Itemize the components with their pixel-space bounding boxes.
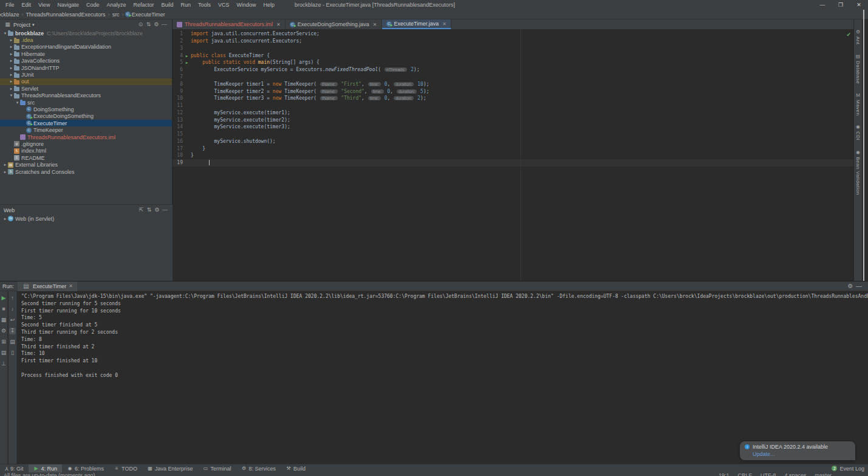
toolwindow-java-enterprise[interactable]: ▦Java Enterprise — [142, 464, 198, 473]
web-tree-item[interactable]: ▸WWeb (in Servlet) — [0, 215, 173, 222]
tree-item-threadsrunnablesandexecutors[interactable]: ▾ThreadsRunnablesandExecutors — [0, 92, 172, 99]
clear-all-icon[interactable]: ▯ — [9, 350, 16, 356]
code-line-1[interactable]: 1import java.util.concurrent.ExecutorSer… — [173, 30, 853, 38]
status-widget[interactable]: master — [815, 472, 832, 476]
code-line-12[interactable]: 12 myService.execute(timer1); — [173, 109, 853, 116]
menu-item-navigate[interactable]: Navigate — [54, 1, 82, 9]
tree-item-javacollections[interactable]: ▸JavaCollections — [0, 58, 172, 64]
web-panel-title[interactable]: Web — [4, 207, 15, 213]
hide-panel-icon[interactable]: — — [161, 207, 169, 214]
code-line-16[interactable]: 16 myService.shutdown(); — [173, 137, 853, 145]
tree-item-readme[interactable]: ≡README — [0, 154, 172, 161]
hide-panel-icon[interactable]: — — [160, 21, 168, 29]
toolwindow-run[interactable]: ▶4: Run — [29, 464, 63, 473]
status-widget[interactable]: CRLF — [737, 472, 752, 476]
breadcrumb-item[interactable]: ThreadsRunnablesandExecutors — [25, 12, 107, 18]
tree-toggle-icon[interactable]: ▸ — [9, 66, 14, 71]
code-line-2[interactable]: 2import java.util.concurrent.Executors; — [173, 38, 853, 45]
settings-icon[interactable]: ⚙ — [846, 283, 855, 290]
code-line-19[interactable]: 19 — [173, 159, 853, 167]
close-button[interactable]: ✕ — [850, 0, 868, 10]
status-widget[interactable]: UTF-8 — [760, 472, 776, 476]
chevron-down-icon[interactable]: ▾ — [30, 22, 35, 27]
tree-item-servlet[interactable]: ▸Servlet — [0, 85, 172, 92]
tree-toggle-icon[interactable]: ▸ — [2, 170, 8, 174]
toolwindow-services[interactable]: ⚙8: Services — [236, 464, 281, 473]
close-icon[interactable]: ✕ — [442, 21, 446, 27]
code-editor[interactable]: 1import java.util.concurrent.ExecutorSer… — [173, 29, 853, 167]
tree-item-hibernate[interactable]: ▸Hibernate — [0, 50, 172, 57]
code-line-6[interactable]: 6 ExecutorService myService = Executors.… — [173, 66, 853, 74]
tree-item-index-html[interactable]: 5index.html — [0, 148, 172, 154]
tree-item--gitignore[interactable]: g.gitignore — [0, 140, 172, 147]
toolwindow-build[interactable]: ⚒Build — [281, 464, 310, 473]
toolwindow-button-ant[interactable]: ⚙Ant — [855, 29, 861, 45]
tree-item-exceptionhandlinganddatavalidation[interactable]: ▸ExceptionHandlingandDataValidation — [0, 44, 172, 50]
code-line-11[interactable]: 11 — [173, 102, 853, 109]
tree-toggle-icon[interactable]: ▾ — [15, 100, 20, 105]
tree-toggle-icon[interactable]: ▾ — [2, 31, 8, 36]
settings-icon[interactable]: ⚙ — [152, 21, 160, 29]
tree-toggle-icon[interactable]: ▸ — [2, 216, 8, 221]
code-line-7[interactable]: 7 — [173, 74, 853, 81]
toolwindow-terminal[interactable]: ▭Terminal — [197, 464, 236, 473]
menu-item-view[interactable]: View — [35, 1, 53, 9]
tree-toggle-icon[interactable]: ▸ — [9, 72, 14, 77]
close-icon[interactable]: ✕ — [373, 22, 377, 27]
code-line-9[interactable]: 9 TimeKeeper timer2 = new TimeKeeper( tN… — [173, 88, 853, 95]
tree-toggle-icon[interactable]: ▸ — [2, 162, 8, 167]
tree-item-timekeeper[interactable]: CTimeKeeper — [0, 126, 172, 133]
pin-tab-icon[interactable]: ⊥ — [1, 360, 7, 367]
inspections-ok-icon[interactable]: ✔ — [846, 32, 851, 38]
menu-item-help[interactable]: Help — [261, 1, 278, 9]
tree-item-scratches-and-consoles[interactable]: ▸SScratches and Consoles — [0, 168, 172, 175]
prev-trace-icon[interactable]: ↑ — [9, 295, 16, 302]
code-line-13[interactable]: 13 myService.execute(timer2); — [173, 116, 853, 123]
tree-toggle-icon[interactable]: ▸ — [9, 86, 14, 91]
run-line-icon[interactable]: ▶ — [183, 53, 191, 58]
code-line-17[interactable]: 17 } — [173, 145, 853, 152]
event-log-widget[interactable]: 2Event Log — [832, 466, 864, 472]
menu-item-file[interactable]: File — [2, 1, 18, 9]
toolwindow-problems[interactable]: ◉6: Problems — [62, 464, 109, 473]
editor-tab-executedoingsomething-java[interactable]: CExecuteDoingSomething.java✕ — [285, 19, 382, 29]
code-line-18[interactable]: 18} — [173, 152, 853, 159]
toolwindow-button-maven[interactable]: MMaven — [855, 92, 861, 116]
code-line-8[interactable]: 8 TimeKeeper timer1 = new TimeKeeper( tN… — [173, 80, 853, 88]
toolwindow-button-cdi[interactable]: ◉CDI — [855, 124, 861, 140]
menu-item-vcs[interactable]: VCS — [215, 1, 233, 9]
print-icon[interactable]: ▤ — [9, 339, 16, 345]
console-output[interactable]: "C:\Program Files\Java\jdk-15\bin\java.e… — [21, 294, 868, 464]
expand-all-icon[interactable]: ⇱ — [137, 207, 145, 214]
tree-toggle-icon[interactable]: ▸ — [9, 44, 14, 49]
tree-toggle-icon[interactable]: ▸ — [9, 79, 14, 84]
tree-item-brockblaze[interactable]: ▾brockblazeC:\Users\brock\IdeaProjects\b… — [0, 30, 172, 36]
tree-toggle-icon[interactable]: ▸ — [9, 58, 14, 63]
close-icon[interactable]: ✕ — [276, 22, 281, 27]
menu-item-analyze[interactable]: Analyze — [103, 1, 129, 9]
locate-file-icon[interactable]: ⊙ — [137, 21, 145, 29]
status-widget[interactable]: 4 spaces — [784, 472, 806, 476]
tree-item-external-libraries[interactable]: ▸▤External Libraries — [0, 161, 172, 168]
menu-item-build[interactable]: Build — [158, 1, 176, 9]
code-line-3[interactable]: 3 — [173, 45, 853, 52]
code-line-10[interactable]: 10 TimeKeeper timer3 = new TimeKeeper( t… — [173, 95, 853, 102]
maximize-button[interactable]: ❐ — [832, 0, 850, 10]
status-widget[interactable]: 19:1 — [719, 472, 730, 476]
hide-panel-icon[interactable]: — — [855, 283, 863, 290]
scroll-to-end-icon[interactable]: ↧ — [9, 328, 16, 334]
code-line-15[interactable]: 15 — [173, 131, 853, 138]
next-trace-icon[interactable]: ↓ — [9, 306, 16, 312]
close-icon[interactable]: ✕ — [69, 283, 73, 289]
tree-item-executetimer[interactable]: CExecuteTimer — [0, 120, 172, 126]
tree-item-src[interactable]: ▾src — [0, 99, 172, 106]
menu-item-window[interactable]: Window — [234, 1, 259, 9]
toolwindow-button-bean-validation[interactable]: ◉Bean Validation — [855, 150, 861, 195]
menu-item-refactor[interactable]: Refactor — [130, 1, 157, 9]
collapse-all-icon[interactable]: ⇅ — [145, 207, 153, 214]
code-line-4[interactable]: 4▶public class ExecuteTimer { — [173, 52, 853, 59]
editor-tab-executetimer-java[interactable]: CExecuteTimer.java✕ — [382, 19, 451, 29]
collapse-all-icon[interactable]: ⇅ — [145, 21, 152, 29]
toolwindow-todo[interactable]: ≡TODO — [109, 464, 142, 473]
tree-toggle-icon[interactable]: ▸ — [9, 52, 14, 57]
